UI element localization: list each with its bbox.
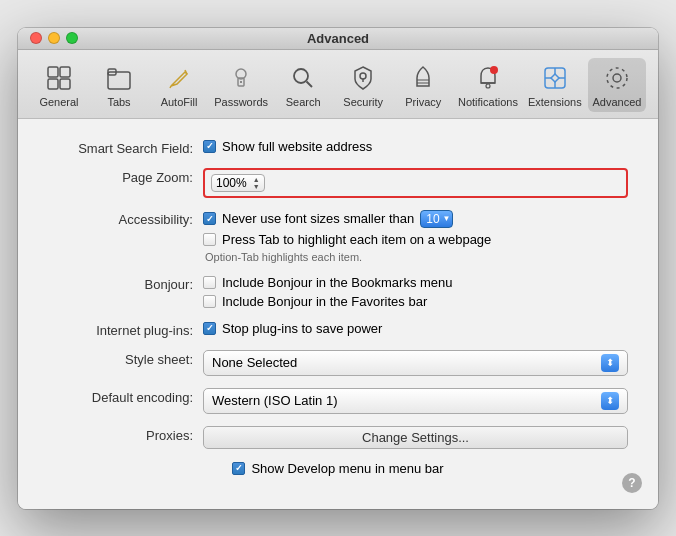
toolbar-item-search[interactable]: Search [274, 58, 332, 112]
traffic-lights [30, 32, 78, 44]
security-icon [347, 62, 379, 94]
page-zoom-content: 100% ▲ ▼ [203, 168, 628, 198]
develop-menu-label: Show Develop menu in menu bar [251, 461, 443, 476]
encoding-content: Western (ISO Latin 1) ⬍ [203, 388, 628, 414]
stylesheet-select[interactable]: None Selected ⬍ [203, 350, 628, 376]
extensions-icon [539, 62, 571, 94]
proxies-label: Proxies: [48, 426, 193, 443]
zoom-down-icon[interactable]: ▼ [253, 183, 260, 190]
accessibility-tab-checkbox[interactable] [203, 233, 216, 246]
passwords-label: Passwords [214, 96, 268, 108]
extensions-label: Extensions [528, 96, 582, 108]
internet-plugins-row: Internet plug-ins: Stop plug-ins to save… [48, 321, 628, 338]
privacy-icon [407, 62, 439, 94]
toolbar-item-security[interactable]: Security [334, 58, 392, 112]
font-size-select[interactable]: 10 ▼ [420, 210, 453, 228]
accessibility-row: Accessibility: Never use font sizes smal… [48, 210, 628, 263]
help-button[interactable]: ? [622, 473, 642, 493]
develop-menu-checkbox[interactable] [232, 462, 245, 475]
tabs-label: Tabs [107, 96, 130, 108]
font-size-value: 10 [426, 212, 439, 226]
bonjour-bookmarks-label: Include Bonjour in the Bookmarks menu [222, 275, 453, 290]
smart-search-checkbox[interactable] [203, 140, 216, 153]
svg-point-12 [360, 73, 366, 79]
general-icon [43, 62, 75, 94]
font-size-arrow-icon: ▼ [443, 214, 451, 223]
accessibility-content: Never use font sizes smaller than 10 ▼ P… [203, 210, 628, 263]
window-title: Advanced [307, 31, 369, 46]
general-label: General [39, 96, 78, 108]
accessibility-hint: Option-Tab highlights each item. [205, 251, 628, 263]
zoom-up-icon[interactable]: ▲ [253, 176, 260, 183]
title-bar: Advanced [18, 28, 658, 50]
smart-search-row: Smart Search Field: Show full website ad… [48, 139, 628, 156]
toolbar: General Tabs AutoFill [18, 50, 658, 119]
search-label: Search [286, 96, 321, 108]
autofill-icon [163, 62, 195, 94]
maximize-button[interactable] [66, 32, 78, 44]
svg-line-6 [170, 86, 171, 88]
encoding-row: Default encoding: Western (ISO Latin 1) … [48, 388, 628, 414]
page-zoom-select[interactable]: 100% ▲ ▼ [211, 174, 265, 192]
internet-plugins-inline: Stop plug-ins to save power [203, 321, 628, 336]
content-area: Smart Search Field: Show full website ad… [18, 119, 658, 509]
zoom-stepper[interactable]: ▲ ▼ [253, 176, 260, 190]
page-zoom-box: 100% ▲ ▼ [203, 168, 628, 198]
toolbar-item-tabs[interactable]: Tabs [90, 58, 148, 112]
page-zoom-value: 100% [216, 176, 247, 190]
svg-line-11 [307, 81, 313, 87]
preferences-window: Advanced General Tabs [18, 28, 658, 509]
svg-point-10 [294, 69, 308, 83]
svg-rect-1 [60, 67, 70, 77]
minimize-button[interactable] [48, 32, 60, 44]
close-button[interactable] [30, 32, 42, 44]
passwords-icon [225, 62, 257, 94]
internet-plugins-label: Internet plug-ins: [48, 321, 193, 338]
page-zoom-label: Page Zoom: [48, 168, 193, 185]
autofill-label: AutoFill [161, 96, 198, 108]
toolbar-item-extensions[interactable]: Extensions [524, 58, 586, 112]
accessibility-font-label: Never use font sizes smaller than [222, 211, 414, 226]
toolbar-item-notifications[interactable]: Notifications [454, 58, 521, 112]
tabs-icon [103, 62, 135, 94]
notifications-label: Notifications [458, 96, 518, 108]
bonjour-bookmarks-checkbox[interactable] [203, 276, 216, 289]
smart-search-inline: Show full website address [203, 139, 628, 154]
encoding-dropdown-arrow-icon: ⬍ [601, 392, 619, 410]
toolbar-item-advanced[interactable]: Advanced [588, 58, 646, 112]
change-settings-button[interactable]: Change Settings... [203, 426, 628, 449]
encoding-label: Default encoding: [48, 388, 193, 405]
bonjour-row: Bonjour: Include Bonjour in the Bookmark… [48, 275, 628, 309]
svg-point-17 [486, 84, 490, 88]
privacy-label: Privacy [405, 96, 441, 108]
accessibility-tab-row: Press Tab to highlight each item on a we… [203, 232, 628, 247]
develop-menu-inline: Show Develop menu in menu bar [232, 461, 443, 476]
toolbar-item-privacy[interactable]: Privacy [394, 58, 452, 112]
accessibility-label: Accessibility: [48, 210, 193, 227]
smart-search-content: Show full website address [203, 139, 628, 154]
internet-plugins-checkbox[interactable] [203, 322, 216, 335]
stylesheet-value: None Selected [212, 355, 297, 370]
bonjour-label: Bonjour: [48, 275, 193, 292]
internet-plugins-content: Stop plug-ins to save power [203, 321, 628, 336]
page-zoom-row: Page Zoom: 100% ▲ ▼ [48, 168, 628, 198]
svg-point-25 [607, 68, 627, 88]
bonjour-content: Include Bonjour in the Bookmarks menu In… [203, 275, 628, 309]
bonjour-favorites-checkbox[interactable] [203, 295, 216, 308]
proxies-content: Change Settings... [203, 426, 628, 449]
proxies-row: Proxies: Change Settings... [48, 426, 628, 449]
toolbar-item-general[interactable]: General [30, 58, 88, 112]
bonjour-bookmarks-row: Include Bonjour in the Bookmarks menu [203, 275, 628, 290]
smart-search-label: Smart Search Field: [48, 139, 193, 156]
encoding-select[interactable]: Western (ISO Latin 1) ⬍ [203, 388, 628, 414]
security-label: Security [343, 96, 383, 108]
toolbar-item-passwords[interactable]: Passwords [210, 58, 272, 112]
develop-menu-row: Show Develop menu in menu bar [48, 461, 628, 476]
notifications-icon [472, 62, 504, 94]
bonjour-favorites-row: Include Bonjour in the Favorites bar [203, 294, 628, 309]
advanced-icon [601, 62, 633, 94]
svg-rect-3 [60, 79, 70, 89]
toolbar-item-autofill[interactable]: AutoFill [150, 58, 208, 112]
stylesheet-dropdown-arrow-icon: ⬍ [601, 354, 619, 372]
accessibility-font-checkbox[interactable] [203, 212, 216, 225]
